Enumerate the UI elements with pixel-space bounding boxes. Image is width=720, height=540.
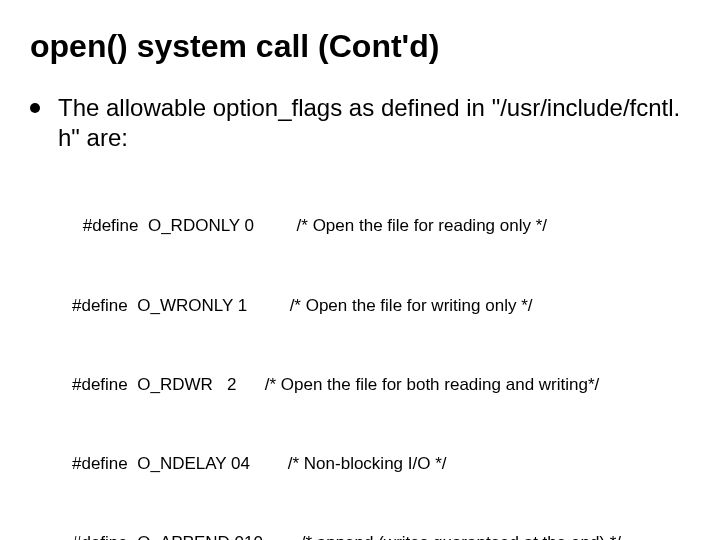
slide-title: open() system call (Cont'd) <box>30 28 690 65</box>
define-line: #define O_RDWR 2 /* Open the file for bo… <box>72 372 690 398</box>
define-line: #define O_APPEND 010 /* append (writes g… <box>72 530 690 540</box>
define-line: #define O_RDONLY 0 /* Open the file for … <box>78 213 690 239</box>
bullet-text: The allowable option_flags as defined in… <box>58 93 690 153</box>
define-block: #define O_RDONLY 0 /* Open the file for … <box>72 161 690 540</box>
bullet-item: The allowable option_flags as defined in… <box>30 93 690 153</box>
bullet-icon <box>30 103 40 113</box>
slide: open() system call (Cont'd) The allowabl… <box>0 0 720 540</box>
define-line: #define O_NDELAY 04 /* Non-blocking I/O … <box>72 451 690 477</box>
bullet-list: The allowable option_flags as defined in… <box>30 93 690 153</box>
define-line: #define O_WRONLY 1 /* Open the file for … <box>72 293 690 319</box>
